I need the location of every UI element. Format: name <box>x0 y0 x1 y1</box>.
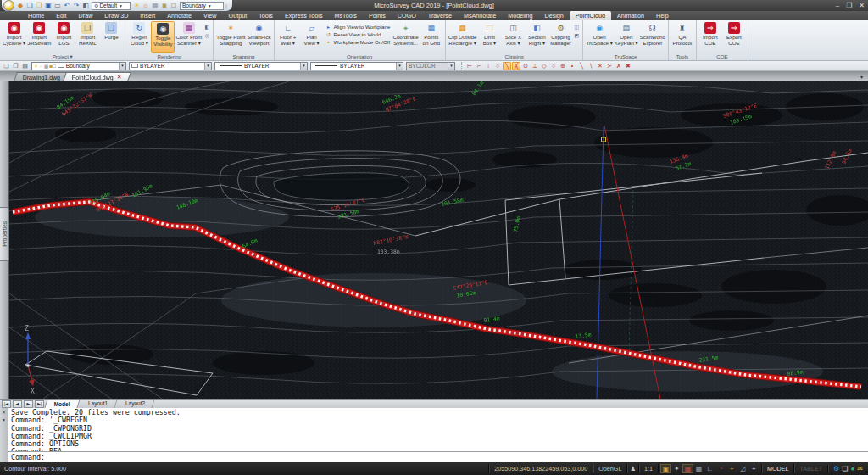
layout-nav-2[interactable]: ▶ <box>24 400 33 408</box>
snap-none-icon[interactable]: ✖ <box>624 62 632 70</box>
menu-item-edit[interactable]: Edit <box>50 11 72 20</box>
import-cyclone-button[interactable]: ◉ImportCyclone ▾ <box>2 21 26 53</box>
snap-intersection-icon[interactable]: ✕ <box>596 62 604 70</box>
menu-item-animation[interactable]: Animation <box>611 11 650 20</box>
menu-item-pointcloud[interactable]: PointCloud <box>570 11 611 20</box>
layout-nav-3[interactable]: ▶| <box>35 400 44 408</box>
menu-item-msannotate[interactable]: MsAnnotate <box>458 11 502 20</box>
profile-dropdown[interactable]: ⚙ Default ▼ <box>92 2 131 10</box>
snap-quick-icon[interactable]: ✗ <box>615 62 623 70</box>
points-on-grid-button[interactable]: ▦Pointson Grid <box>420 21 443 53</box>
render-option-2-icon[interactable]: ◎ <box>203 31 210 38</box>
plan-view-button[interactable]: ▱PlanView ▾ <box>300 21 324 53</box>
menu-item-design[interactable]: Design <box>538 11 569 20</box>
tablet-toggle[interactable]: TABLET <box>793 464 827 473</box>
maximize-button[interactable]: ❐ <box>846 0 852 11</box>
snap-perpendicular-icon[interactable]: ⊥ <box>531 62 539 70</box>
snap-apparent-icon[interactable]: ╳ <box>512 62 520 70</box>
new-icon[interactable]: ❏ <box>25 1 34 10</box>
sun-icon[interactable]: ☼ <box>142 1 150 10</box>
snap-nearest-icon[interactable]: ╲ <box>503 62 511 70</box>
viewport-icon[interactable]: ◧ <box>81 1 90 10</box>
workplane-mode-on-off-button[interactable]: ✦Workplane Mode On/Off <box>326 38 391 45</box>
toggle-point-snapping-button[interactable]: ✶Toggle PointSnapping <box>215 21 246 53</box>
layout-nav-1[interactable]: ◀ <box>13 400 22 408</box>
layer-prev-icon[interactable]: ❐ <box>12 63 19 70</box>
open-icon[interactable]: ❐ <box>35 1 43 10</box>
menu-item-home[interactable]: Home <box>22 11 50 20</box>
crosshair-icon[interactable]: + <box>748 464 760 473</box>
snap-node-icon[interactable]: ⊙ <box>521 62 530 70</box>
menu-item-insert[interactable]: Insert <box>134 11 161 20</box>
color-from-scanner-button[interactable]: ▦Color FromScanner ▾ <box>175 21 203 53</box>
command-expand-icon[interactable]: ▾ <box>3 417 5 422</box>
section-right-button[interactable]: ◧SectionRight ▾ <box>525 21 548 53</box>
freeze-icon[interactable]: ▦ <box>151 1 159 10</box>
layout-tab-layout2[interactable]: Layout2 <box>116 400 154 408</box>
layout-tab-model[interactable]: Model <box>44 400 80 408</box>
preview-icon[interactable]: ▭ <box>53 1 62 10</box>
import-hexml-button[interactable]: ❐ImportHeXML <box>75 21 99 53</box>
draw-order-icon[interactable]: ▣ <box>660 464 671 473</box>
ortho-icon[interactable]: ∟ <box>704 464 715 473</box>
doc-tab-pointcloud-dwg[interactable]: PointCloud.dwg✕ <box>63 72 131 81</box>
redo-icon[interactable]: ↷ <box>72 1 81 10</box>
layer-dropdown[interactable]: ☀☼▦◙□ Boundary ▼ <box>31 62 126 70</box>
qat-layer-dropdown[interactable]: Boundary ▼ <box>180 2 224 10</box>
toggle-visibility-button[interactable]: ◉ToggleVisibility <box>151 21 175 53</box>
snap-parallel-icon[interactable]: ╲ <box>577 62 586 70</box>
layer-state-icon[interactable]: ▤ <box>21 63 29 70</box>
linetype-dropdown[interactable]: BYLAYER ▼ <box>214 62 308 70</box>
render-option-1-icon[interactable]: ◧ <box>203 23 210 30</box>
import-coe-button[interactable]: ⇒ImportCOE <box>698 21 722 53</box>
snap-endpoint-icon[interactable]: ≻ <box>605 62 614 70</box>
otrack-icon[interactable]: ◿ <box>737 464 748 473</box>
menu-item-draw-3d[interactable]: Draw 3D <box>98 11 134 20</box>
regen-cloud-button[interactable]: ↻RegenCloud ▾ <box>127 21 151 53</box>
point-style-icon[interactable]: ✦ <box>671 464 682 473</box>
grid-display-icon[interactable]: ▦ <box>693 464 704 473</box>
menu-item-view[interactable]: View <box>198 11 222 20</box>
message-icon[interactable]: ✉ <box>857 465 863 472</box>
smartpick-viewport-button[interactable]: ◉SmartPickViewport <box>246 21 271 53</box>
settings-gear-icon[interactable]: ⚙ <box>833 465 839 472</box>
lineweight-dropdown[interactable]: BYLAYER ▼ <box>310 62 403 70</box>
menu-item-output[interactable]: Output <box>223 11 253 20</box>
qa-protocol-button[interactable]: ♜QAProtocol <box>670 21 694 53</box>
coordinate-systems-button[interactable]: ⌖CoordinateSystems... <box>392 21 419 53</box>
annotation-scale[interactable]: 1:1 <box>638 464 658 473</box>
reset-view-to-world-button[interactable]: ↺Reset View to World <box>326 31 391 37</box>
snap-quadrant-icon[interactable]: ○ <box>549 62 558 70</box>
layer-manager-icon[interactable]: ❏ <box>3 63 10 70</box>
clipping-manager-button[interactable]: ⚙ClippingManager <box>548 21 572 53</box>
clip-option-1-icon[interactable]: ◫ <box>573 23 580 30</box>
snap-center-icon[interactable]: ○ <box>493 62 502 70</box>
command-history[interactable]: Save Complete. 20 files were compressed.… <box>8 408 868 451</box>
snap-temp-icon[interactable]: ⁝ <box>484 62 492 70</box>
doc-tab-drawing1-dwg[interactable]: Drawing1.dwg <box>14 72 70 81</box>
app-logo-icon[interactable] <box>3 0 14 11</box>
menu-item-draw[interactable]: Draw <box>73 11 99 20</box>
floor-wall-button[interactable]: ∟Floor +Wall ▾ <box>276 21 300 53</box>
command-close-icon[interactable]: ✕ <box>2 410 6 415</box>
snap-extension-icon[interactable]: ∖ <box>587 62 595 70</box>
snap-tangent-icon[interactable]: ◇ <box>540 62 548 70</box>
polar-icon[interactable]: ◔ <box>715 464 726 473</box>
open-keyplan-button[interactable]: ▤OpenKeyPlan ▾ <box>614 21 639 53</box>
grid-snap-icon[interactable]: ▦ <box>682 464 693 473</box>
menu-item-mstools[interactable]: MsTools <box>329 11 363 20</box>
limit-box-button[interactable]: ⬚LimitBox ▾ <box>477 21 501 53</box>
command-input[interactable]: Command: <box>8 451 868 462</box>
color-dropdown[interactable]: BYLAYER ▼ <box>129 62 212 70</box>
import-pointer-icon[interactable]: ◆ <box>16 1 25 10</box>
close-button[interactable]: ✕ <box>859 0 865 11</box>
menu-item-annotate[interactable]: Annotate <box>161 11 198 20</box>
clip-outside-rectangle-button[interactable]: ▦Clip OutsideRectangle ▾ <box>448 21 478 53</box>
purge-button[interactable]: ❏Purge <box>99 21 123 53</box>
menu-item-points[interactable]: Points <box>363 11 392 20</box>
menu-item-help[interactable]: Help <box>650 11 675 20</box>
properties-panel-tab[interactable]: Properties <box>0 207 9 261</box>
renderer-label[interactable]: OpenGL <box>593 464 626 473</box>
lock-icon[interactable]: ◙ <box>160 1 169 10</box>
osnap-icon[interactable]: + <box>726 464 737 473</box>
